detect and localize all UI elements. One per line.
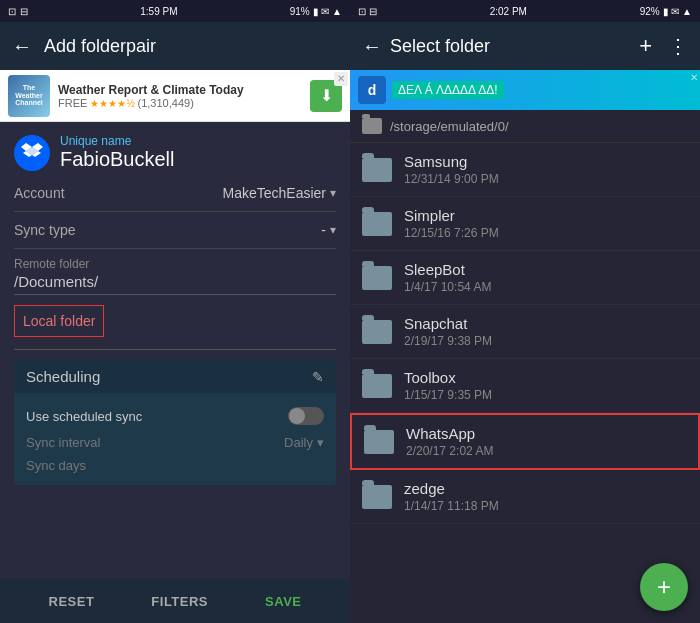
- folder-item[interactable]: WhatsApp 2/20/17 2:02 AM: [350, 413, 700, 470]
- folder-icon: [362, 485, 392, 509]
- account-field[interactable]: Account MakeTechEasier ▾: [14, 175, 336, 212]
- right-panel: ⊡ ⊟ 2:02 PM 92% ▮ ✉ ▲ ← Select folder + …: [350, 0, 700, 623]
- battery-left: 91% ▮ ✉ ▲: [290, 6, 342, 17]
- status-right-left-icons: ⊡ ⊟: [358, 6, 377, 17]
- save-button[interactable]: SAVE: [265, 594, 301, 609]
- local-folder-box[interactable]: Local folder: [14, 305, 104, 337]
- ad-logo-left: TheWeatherChannel: [8, 75, 50, 117]
- folder-name: Toolbox: [404, 369, 688, 386]
- remote-folder-label: Remote folder: [14, 257, 336, 271]
- sync-type-field[interactable]: Sync type - ▾: [14, 212, 336, 249]
- folder-date: 12/31/14 9:00 PM: [404, 172, 688, 186]
- folder-name: WhatsApp: [406, 425, 686, 442]
- folder-date: 2/19/17 9:38 PM: [404, 334, 688, 348]
- folder-icon: [362, 158, 392, 182]
- sync-type-value: - ▾: [321, 222, 336, 238]
- left-panel: ⊡ ⊟ 1:59 PM 91% ▮ ✉ ▲ ← Add folderpair T…: [0, 0, 350, 623]
- folder-name: Snapchat: [404, 315, 688, 332]
- folder-list: /storage/emulated/0/ Samsung 12/31/14 9:…: [350, 110, 700, 623]
- page-title-right: Select folder: [390, 36, 631, 57]
- dropbox-icon: [14, 135, 50, 171]
- folder-info: Toolbox 1/15/17 9:35 PM: [404, 369, 688, 402]
- ad-reviews-left: (1,310,449): [138, 97, 194, 109]
- status-right-icons-left: 91% ▮ ✉ ▲: [290, 6, 342, 17]
- more-options-button[interactable]: ⋮: [668, 34, 688, 58]
- time-left: 1:59 PM: [140, 6, 177, 17]
- folder-date: 12/15/16 7:26 PM: [404, 226, 688, 240]
- ad-stars-left: ★★★★½: [90, 98, 137, 109]
- status-right-right-icons: 92% ▮ ✉ ▲: [640, 6, 692, 17]
- top-bar-right: ← Select folder + ⋮: [350, 22, 700, 70]
- form-area: Unique name FabioBuckell Account MakeTec…: [0, 122, 350, 579]
- ad-banner-right[interactable]: d ΔΕΛ Á ΛΔΔΔΔ ΔΔ! ✕: [350, 70, 700, 110]
- ad-d-icon: d: [358, 76, 386, 104]
- filters-button[interactable]: FILTERS: [151, 594, 208, 609]
- dropbox-row: Unique name FabioBuckell: [14, 134, 336, 171]
- bottom-bar-left: RESET FILTERS SAVE: [0, 579, 350, 623]
- back-button-right[interactable]: ←: [362, 35, 382, 58]
- folder-name: SleepBot: [404, 261, 688, 278]
- local-folder-section: Local folder: [14, 305, 336, 350]
- time-right: 2:02 PM: [490, 6, 527, 17]
- folder-icon: [362, 266, 392, 290]
- folder-date: 1/14/17 11:18 PM: [404, 499, 688, 513]
- folder-info: WhatsApp 2/20/17 2:02 AM: [406, 425, 686, 458]
- scheduled-sync-toggle[interactable]: [288, 407, 324, 425]
- folder-list-items: Samsung 12/31/14 9:00 PM Simpler 12/15/1…: [350, 143, 700, 524]
- sync-days-label: Sync days: [26, 454, 324, 477]
- sync-type-label: Sync type: [14, 222, 75, 238]
- storage-folder-icon: [362, 118, 382, 134]
- folder-info: Simpler 12/15/16 7:26 PM: [404, 207, 688, 240]
- folder-name: Simpler: [404, 207, 688, 224]
- fab-icon: +: [657, 573, 671, 601]
- folder-icon: [362, 212, 392, 236]
- remote-folder-section: Remote folder /Documents/: [14, 257, 336, 295]
- folder-info: zedge 1/14/17 11:18 PM: [404, 480, 688, 513]
- unique-name-value: FabioBuckell: [60, 148, 175, 171]
- sync-type-dropdown-arrow: ▾: [330, 223, 336, 237]
- folder-icon: [362, 320, 392, 344]
- account-dropdown-arrow: ▾: [330, 186, 336, 200]
- folder-item[interactable]: zedge 1/14/17 11:18 PM: [350, 470, 700, 524]
- sync-interval-dropdown-arrow: ▾: [317, 435, 324, 450]
- toggle-knob: [289, 408, 305, 424]
- folder-icon: [364, 430, 394, 454]
- folder-date: 2/20/17 2:02 AM: [406, 444, 686, 458]
- use-scheduled-sync-row: Use scheduled sync: [26, 401, 324, 431]
- folder-item[interactable]: SleepBot 1/4/17 10:54 AM: [350, 251, 700, 305]
- reset-button[interactable]: RESET: [49, 594, 95, 609]
- unique-name-section: Unique name FabioBuckell: [60, 134, 175, 171]
- folder-date: 1/4/17 10:54 AM: [404, 280, 688, 294]
- folder-item[interactable]: Toolbox 1/15/17 9:35 PM: [350, 359, 700, 413]
- add-folder-button[interactable]: +: [639, 33, 652, 59]
- storage-path: /storage/emulated/0/: [350, 110, 700, 143]
- folder-item[interactable]: Simpler 12/15/16 7:26 PM: [350, 197, 700, 251]
- remote-folder-value[interactable]: /Documents/: [14, 273, 336, 295]
- use-scheduled-sync-label: Use scheduled sync: [26, 409, 142, 424]
- scheduling-edit-icon[interactable]: ✎: [312, 369, 324, 385]
- back-button-left[interactable]: ←: [12, 35, 32, 58]
- account-label: Account: [14, 185, 65, 201]
- sync-interval-row: Sync interval Daily ▾: [26, 431, 324, 454]
- folder-icon: [362, 374, 392, 398]
- ad-banner-left[interactable]: TheWeatherChannel Weather Report & Clima…: [0, 70, 350, 122]
- folder-name: zedge: [404, 480, 688, 497]
- folder-item[interactable]: Samsung 12/31/14 9:00 PM: [350, 143, 700, 197]
- ad-free-label: FREE: [58, 97, 90, 109]
- status-left-icons: ⊡ ⊟: [8, 6, 28, 17]
- fab-add-button[interactable]: +: [640, 563, 688, 611]
- sync-interval-value[interactable]: Daily ▾: [284, 435, 324, 450]
- ad-text-left: Weather Report & Climate Today FREE ★★★★…: [58, 83, 302, 109]
- ad-close-left[interactable]: ✕: [334, 72, 348, 86]
- page-title-left: Add folderpair: [44, 36, 156, 57]
- top-bar-left: ← Add folderpair: [0, 22, 350, 70]
- ad-subtitle-left: FREE ★★★★½ (1,310,449): [58, 97, 302, 109]
- ad-close-right[interactable]: ✕: [690, 72, 698, 83]
- ad-title-left: Weather Report & Climate Today: [58, 83, 302, 97]
- folder-item[interactable]: Snapchat 2/19/17 9:38 PM: [350, 305, 700, 359]
- scheduling-header: Scheduling ✎: [14, 360, 336, 393]
- account-value: MakeTechEasier ▾: [223, 185, 337, 201]
- scheduling-section: Scheduling ✎ Use scheduled sync Sync int…: [14, 360, 336, 485]
- storage-path-text: /storage/emulated/0/: [390, 119, 509, 134]
- signal-icon: ⊟: [20, 6, 28, 17]
